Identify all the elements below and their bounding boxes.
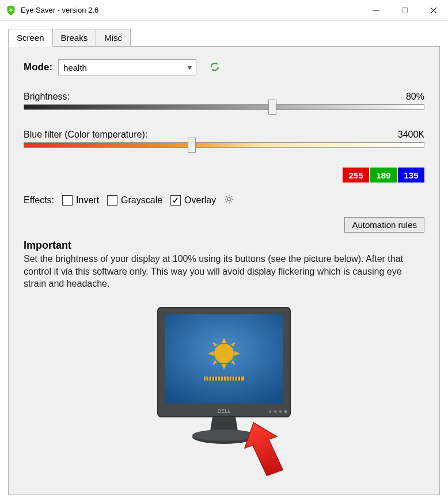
brightness-label: Brightness: — [24, 92, 70, 102]
brightness-thumb[interactable] — [268, 100, 276, 115]
blue-filter-label: Blue filter (Color temperature): — [24, 130, 147, 140]
brightness-value: 80% — [406, 92, 424, 102]
svg-rect-1 — [403, 7, 408, 13]
monitor-brand: DELL — [218, 408, 231, 414]
app-shield-icon — [6, 5, 16, 16]
titlebar: Eye Saver - version 2.6 — [0, 0, 448, 21]
maximize-button[interactable] — [390, 0, 419, 21]
svg-rect-33 — [223, 377, 224, 381]
svg-rect-36 — [231, 377, 233, 381]
overlay-label: Overlay — [184, 195, 216, 206]
close-button[interactable] — [419, 0, 448, 21]
rgb-g-value: 189 — [370, 168, 397, 183]
svg-rect-35 — [229, 377, 230, 381]
svg-rect-29 — [211, 377, 212, 381]
grayscale-checkbox[interactable]: Grayscale — [107, 195, 162, 206]
minimize-button[interactable] — [362, 0, 390, 21]
rgb-readout: 255 189 135 — [24, 168, 424, 183]
svg-line-10 — [231, 202, 233, 203]
effects-label: Effects: — [24, 195, 54, 206]
svg-rect-31 — [217, 377, 218, 381]
tab-strip: Screen Breaks Misc — [8, 29, 440, 47]
svg-rect-37 — [234, 377, 236, 381]
invert-checkbox[interactable]: Invert — [62, 195, 99, 206]
svg-rect-27 — [206, 377, 207, 381]
mode-label: Mode: — [24, 62, 52, 73]
tab-breaks[interactable]: Breaks — [52, 29, 97, 47]
refresh-icon[interactable] — [209, 61, 221, 74]
automation-rules-button[interactable]: Automation rules — [344, 217, 424, 233]
svg-line-12 — [226, 202, 227, 203]
blue-filter-slider[interactable] — [24, 142, 424, 158]
tab-screen[interactable]: Screen — [8, 29, 53, 47]
invert-label: Invert — [76, 195, 99, 206]
svg-point-43 — [284, 410, 287, 413]
svg-line-11 — [231, 196, 233, 197]
tab-panel-screen: Mode: health ▾ Brightness: 80% — [8, 46, 440, 495]
grayscale-label: Grayscale — [121, 195, 162, 206]
brightness-slider[interactable] — [24, 104, 424, 120]
window-title: Eye Saver - version 2.6 — [21, 6, 98, 14]
rgb-r-value: 255 — [343, 168, 369, 183]
important-heading: Important — [24, 240, 424, 252]
svg-rect-30 — [214, 377, 215, 381]
svg-point-17 — [214, 344, 234, 363]
tab-misc[interactable]: Misc — [96, 29, 131, 47]
rgb-b-value: 135 — [398, 168, 424, 183]
blue-filter-thumb[interactable] — [188, 138, 196, 153]
gear-icon[interactable] — [224, 194, 234, 207]
svg-rect-32 — [220, 377, 221, 381]
svg-point-4 — [227, 197, 231, 201]
svg-line-9 — [226, 196, 227, 197]
mode-select[interactable]: health — [58, 59, 196, 75]
overlay-checkbox[interactable]: Overlay — [170, 195, 216, 206]
monitor-illustration: DELL — [24, 302, 424, 451]
svg-rect-38 — [237, 377, 238, 381]
svg-rect-28 — [208, 377, 210, 381]
important-text: Set the brightness of your display at 10… — [24, 253, 424, 290]
blue-filter-value: 3400K — [398, 130, 424, 140]
svg-rect-34 — [226, 377, 227, 381]
svg-rect-39 — [240, 377, 241, 381]
